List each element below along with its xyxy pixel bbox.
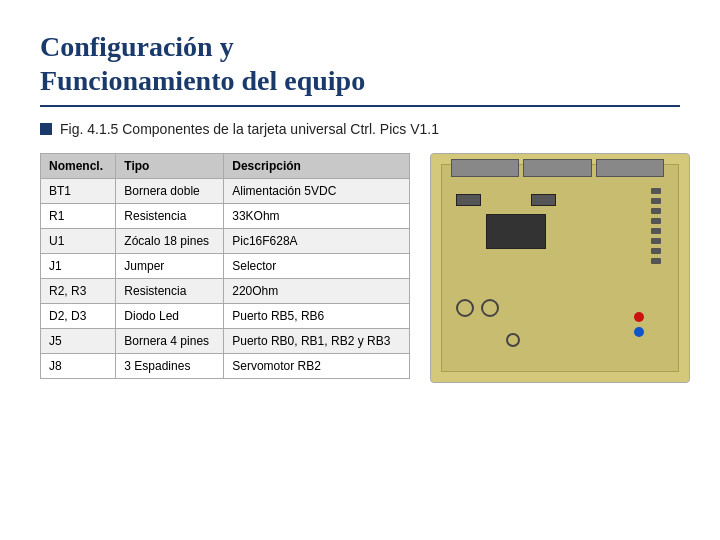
pcb-connector-1 [451, 159, 519, 177]
pcb-main-chip [486, 214, 546, 249]
table-cell-5-0: D2, D3 [41, 304, 116, 329]
components-table-container: Nomencl. Tipo Descripción BT1Bornera dob… [40, 153, 410, 379]
components-table: Nomencl. Tipo Descripción BT1Bornera dob… [40, 153, 410, 379]
pcb-pin-3 [651, 208, 661, 214]
pcb-components [446, 184, 664, 367]
pcb-pin-5 [651, 228, 661, 234]
table-cell-6-1: Bornera 4 pines [116, 329, 224, 354]
table-cell-5-1: Diodo Led [116, 304, 224, 329]
pcb-pin-8 [651, 258, 661, 264]
table-cell-6-0: J5 [41, 329, 116, 354]
col-header-nomencl: Nomencl. [41, 154, 116, 179]
table-cell-1-2: 33KOhm [224, 204, 410, 229]
table-cell-3-2: Selector [224, 254, 410, 279]
col-header-descripcion: Descripción [224, 154, 410, 179]
table-cell-4-1: Resistencia [116, 279, 224, 304]
col-header-tipo: Tipo [116, 154, 224, 179]
title-divider [40, 105, 680, 107]
table-row: J83 EspadinesServomotor RB2 [41, 354, 410, 379]
table-cell-0-0: BT1 [41, 179, 116, 204]
slide-title: Configuración y Funcionamiento del equip… [40, 30, 680, 97]
table-cell-3-0: J1 [41, 254, 116, 279]
table-row: J5Bornera 4 pinesPuerto RB0, RB1, RB2 y … [41, 329, 410, 354]
title-line2: Funcionamiento del equipo [40, 65, 365, 96]
pcb-led-blue [634, 327, 644, 337]
title-line1: Configuración y [40, 31, 234, 62]
pcb-pad-2 [481, 299, 499, 317]
pcb-top-connectors [451, 159, 664, 179]
table-cell-0-1: Bornera doble [116, 179, 224, 204]
pcb-chip-3 [531, 194, 556, 206]
table-cell-5-2: Puerto RB5, RB6 [224, 304, 410, 329]
table-cell-1-0: R1 [41, 204, 116, 229]
table-cell-2-0: U1 [41, 229, 116, 254]
pcb-pin-1 [651, 188, 661, 194]
pcb-right-connectors [649, 184, 664, 367]
table-cell-7-1: 3 Espadines [116, 354, 224, 379]
pcb-pad-3 [506, 333, 520, 347]
content-area: Nomencl. Tipo Descripción BT1Bornera dob… [40, 153, 680, 383]
table-cell-4-0: R2, R3 [41, 279, 116, 304]
pcb-pin-4 [651, 218, 661, 224]
table-cell-7-2: Servomotor RB2 [224, 354, 410, 379]
table-row: BT1Bornera dobleAlimentación 5VDC [41, 179, 410, 204]
table-cell-7-0: J8 [41, 354, 116, 379]
pcb-chip-2 [456, 194, 481, 206]
table-cell-6-2: Puerto RB0, RB1, RB2 y RB3 [224, 329, 410, 354]
table-cell-1-1: Resistencia [116, 204, 224, 229]
pcb-connector-3 [596, 159, 664, 177]
table-row: J1JumperSelector [41, 254, 410, 279]
table-cell-2-1: Zócalo 18 pines [116, 229, 224, 254]
pcb-board-image [430, 153, 690, 383]
table-row: D2, D3Diodo LedPuerto RB5, RB6 [41, 304, 410, 329]
pcb-pin-2 [651, 198, 661, 204]
pcb-pin-7 [651, 248, 661, 254]
table-row: R2, R3Resistencia220Ohm [41, 279, 410, 304]
table-header-row: Nomencl. Tipo Descripción [41, 154, 410, 179]
pcb-image-container [430, 153, 690, 383]
pcb-led-red [634, 312, 644, 322]
pcb-connector-2 [523, 159, 591, 177]
table-row: R1Resistencia33KOhm [41, 204, 410, 229]
table-cell-0-2: Alimentación 5VDC [224, 179, 410, 204]
table-row: U1Zócalo 18 pinesPic16F628A [41, 229, 410, 254]
pcb-pin-6 [651, 238, 661, 244]
table-cell-2-2: Pic16F628A [224, 229, 410, 254]
pcb-pad-1 [456, 299, 474, 317]
bullet-icon [40, 123, 52, 135]
subtitle: Fig. 4.1.5 Componentes de la tarjeta uni… [40, 121, 680, 137]
subtitle-text: Fig. 4.1.5 Componentes de la tarjeta uni… [60, 121, 439, 137]
table-cell-3-1: Jumper [116, 254, 224, 279]
table-cell-4-2: 220Ohm [224, 279, 410, 304]
slide: Configuración y Funcionamiento del equip… [0, 0, 720, 540]
